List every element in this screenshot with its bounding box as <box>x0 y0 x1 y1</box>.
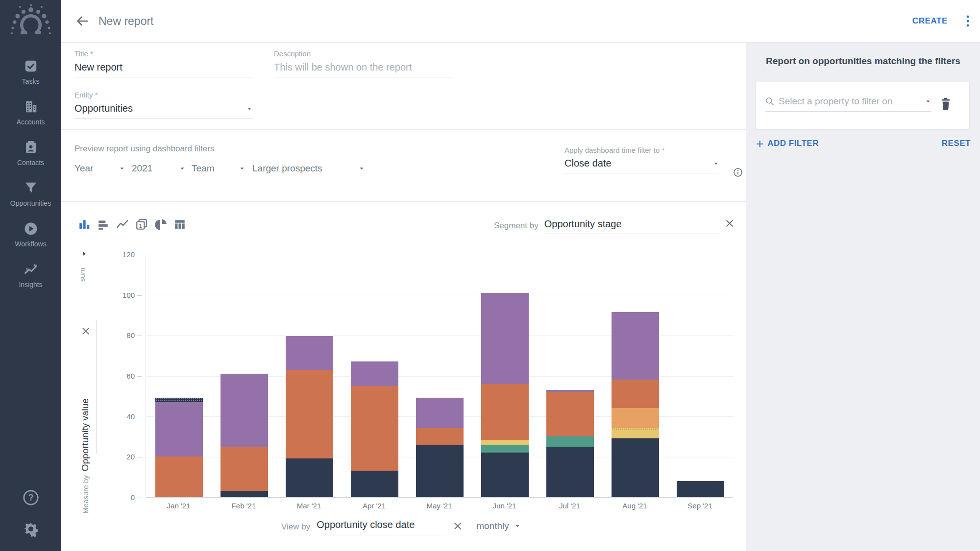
description-input[interactable]: This will be shown on the report <box>274 60 453 77</box>
bar-Jul '21[interactable] <box>546 390 594 497</box>
svg-text:?: ? <box>28 492 33 503</box>
bar-segment-navy[interactable] <box>286 458 333 497</box>
remove-view-by-icon[interactable] <box>453 521 463 531</box>
sidebar-item-label: Workflows <box>15 240 46 248</box>
table-icon[interactable] <box>173 218 186 231</box>
pie-chart-icon[interactable] <box>154 218 167 231</box>
view-by-input[interactable]: Opportunity close date <box>317 519 445 535</box>
dashboard-filter-prospects-select[interactable]: Larger prospects <box>252 163 365 177</box>
sidebar-item-label: Contacts <box>17 159 44 167</box>
settings-gear-icon[interactable] <box>23 521 39 537</box>
x-tick-label: Aug '21 <box>601 502 668 510</box>
sidebar-item-accounts[interactable]: Accounts <box>0 93 61 133</box>
sidebar-item-contacts[interactable]: Contacts <box>0 133 61 174</box>
delete-filter-icon[interactable] <box>940 97 951 110</box>
bar-Jan '21[interactable] <box>155 398 203 497</box>
bar-segment-teal[interactable] <box>481 445 529 453</box>
dashboard-filter-year-select[interactable]: 2021 <box>132 163 186 177</box>
bar-Mar '21[interactable] <box>286 336 333 497</box>
bar-segment-purple[interactable] <box>351 361 398 386</box>
x-tick-label: Jul '21 <box>536 502 603 510</box>
bar-segment-yellow[interactable] <box>612 431 659 439</box>
bar-Aug '21[interactable] <box>612 312 659 497</box>
bar-segment-purple[interactable] <box>416 398 464 428</box>
workflows-icon <box>24 221 38 236</box>
bar-segment-orange[interactable] <box>612 380 659 408</box>
bar-chart-icon[interactable] <box>78 218 91 231</box>
collapse-arrow-icon[interactable] <box>81 250 88 257</box>
time-filter-select[interactable]: Close date <box>564 156 719 173</box>
bar-segment-navy[interactable] <box>220 491 268 497</box>
header-actions: CREATE <box>912 15 980 27</box>
sidebar-item-label: Tasks <box>22 77 40 85</box>
title-input[interactable]: New report <box>74 60 253 77</box>
dashboard-filter-type-select[interactable]: Year <box>74 163 125 177</box>
sidebar-item-insights[interactable]: Insights <box>0 255 61 296</box>
aggregation-label[interactable]: sum <box>78 258 88 292</box>
number-card-icon[interactable]: 1 <box>135 218 148 231</box>
bar-Feb '21[interactable] <box>220 374 268 497</box>
sidebar-item-label: Accounts <box>17 118 45 126</box>
contacts-icon <box>24 140 38 155</box>
y-tick-label: 0 <box>131 493 135 502</box>
segment-by-input[interactable]: Opportunity stage <box>544 218 721 234</box>
bar-segment-orange[interactable] <box>220 447 268 491</box>
plus-icon: + <box>756 139 763 148</box>
bar-segment-orange[interactable] <box>351 386 398 471</box>
help-icon[interactable]: ? <box>23 489 39 506</box>
bar-segment-navy[interactable] <box>416 445 464 497</box>
create-button[interactable]: CREATE <box>912 16 948 26</box>
filter-property-select[interactable]: Select a property to filter on <box>765 96 931 112</box>
time-filter-group: Apply dashboard time filter to * Close d… <box>564 146 719 173</box>
bar-segment-navy[interactable] <box>677 481 724 497</box>
bar-segment-orange[interactable] <box>546 392 594 436</box>
bar-segment-purple[interactable] <box>481 293 529 384</box>
sidebar-item-opportunities[interactable]: Opportunities <box>0 174 61 215</box>
bar-Apr '21[interactable] <box>351 361 398 497</box>
dashboard-filter-team-select[interactable]: Team <box>192 163 245 177</box>
measure-by-input[interactable]: Measure by Opportunity value <box>74 385 96 527</box>
interval-select[interactable]: monthly <box>476 521 521 531</box>
bar-segment-purple[interactable] <box>612 312 659 380</box>
description-placeholder: This will be shown on the report <box>274 62 412 73</box>
reset-button[interactable]: RESET <box>942 139 971 148</box>
bar-segment-teal[interactable] <box>546 436 594 447</box>
bar-segment-tan[interactable] <box>612 408 659 428</box>
bar-segment-purple[interactable] <box>220 374 268 447</box>
bar-Sep '21[interactable] <box>677 481 724 497</box>
back-arrow-icon[interactable] <box>75 14 90 28</box>
bar-segment-navy[interactable] <box>155 398 203 402</box>
segment-by-label: Segment by <box>494 221 539 231</box>
bar-segment-navy[interactable] <box>351 471 398 497</box>
bar-segment-orange[interactable] <box>155 456 203 497</box>
filter-property-placeholder: Select a property to filter on <box>779 96 925 107</box>
bar-segment-orange[interactable] <box>481 384 529 441</box>
remove-segment-icon[interactable] <box>725 218 735 228</box>
bar-segment-navy[interactable] <box>481 453 529 497</box>
bar-segment-purple[interactable] <box>155 402 203 457</box>
bar-May '21[interactable] <box>416 398 464 497</box>
add-filter-button[interactable]: + ADD FILTER <box>756 139 819 148</box>
info-icon[interactable] <box>733 168 743 177</box>
bar-segment-orange[interactable] <box>286 370 333 459</box>
kebab-menu-icon[interactable] <box>964 15 971 27</box>
x-tick-label: Sep '21 <box>666 502 734 510</box>
bar-segment-navy[interactable] <box>546 447 594 497</box>
time-filter-value: Close date <box>564 158 612 169</box>
sidebar: Tasks Accounts Contacts Opportunities Wo… <box>0 0 61 551</box>
line-chart-icon[interactable] <box>116 218 129 231</box>
sidebar-item-workflows[interactable]: Workflows <box>0 215 61 255</box>
bar-Jun '21[interactable] <box>481 293 529 497</box>
measure-input-underline <box>96 320 97 454</box>
horizontal-bar-chart-icon[interactable] <box>97 218 110 231</box>
sidebar-item-tasks[interactable]: Tasks <box>0 52 61 93</box>
bar-segment-purple[interactable] <box>286 336 333 369</box>
remove-measure-icon[interactable] <box>81 326 91 336</box>
filter-card: Select a property to filter on <box>756 82 969 129</box>
page-title: New report <box>98 15 153 28</box>
bar-segment-orange[interactable] <box>416 428 464 444</box>
entity-select[interactable]: Opportunities <box>74 101 253 119</box>
bar-segment-yellow[interactable] <box>481 440 529 444</box>
bar-segment-navy[interactable] <box>612 438 659 497</box>
description-label: Description <box>274 49 453 58</box>
